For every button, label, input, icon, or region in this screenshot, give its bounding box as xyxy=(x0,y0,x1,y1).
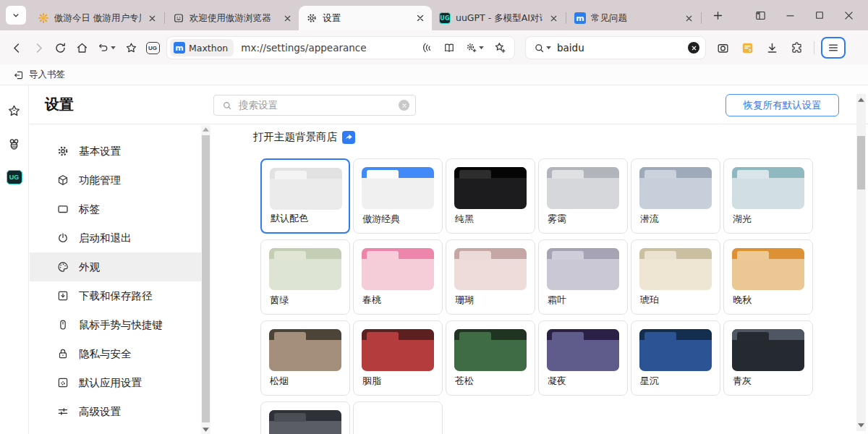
hamburger-icon xyxy=(827,41,840,54)
theme-card[interactable]: 潜流 xyxy=(631,158,720,234)
scroll-up-icon[interactable] xyxy=(201,125,210,134)
reset-all-defaults-button[interactable]: 恢复所有默认设置 xyxy=(726,94,839,116)
undo-button[interactable] xyxy=(93,37,120,59)
search-box[interactable]: baidu xyxy=(525,36,706,59)
menu-item-tabs[interactable]: 标签 xyxy=(30,195,201,224)
close-icon[interactable] xyxy=(146,12,158,24)
downloads-button[interactable] xyxy=(761,37,783,59)
tab-welcome[interactable]: 欢迎使用傲游浏览器 xyxy=(166,6,299,30)
theme-card[interactable]: 苍松 xyxy=(446,320,535,396)
theme-card[interactable]: 雾霭 xyxy=(538,158,628,234)
close-icon[interactable] xyxy=(548,12,559,24)
plus-icon xyxy=(712,9,724,22)
theme-store-link[interactable]: 打开主题背景商店 xyxy=(253,130,337,144)
close-icon[interactable] xyxy=(281,12,293,24)
maxnote-button[interactable] xyxy=(736,37,758,59)
theme-preview-tab xyxy=(274,251,306,260)
theme-card[interactable]: 星沉 xyxy=(631,320,720,396)
sliders-icon xyxy=(56,405,69,418)
power-icon xyxy=(56,231,69,244)
menu-item-appearance[interactable]: 外观 xyxy=(30,252,201,281)
menu-item-gestures[interactable]: 鼠标手势与快捷键 xyxy=(30,310,201,339)
scrollbar-thumb[interactable] xyxy=(202,135,210,422)
theme-card[interactable]: 凝夜 xyxy=(538,320,628,396)
theme-card[interactable] xyxy=(353,401,443,434)
theme-card[interactable]: 晚秋 xyxy=(723,239,813,315)
theme-card[interactable]: 默认配色 xyxy=(260,158,350,234)
ug-toolbar-button[interactable]: UG xyxy=(142,37,163,59)
close-icon[interactable] xyxy=(414,12,426,24)
scroll-down-icon[interactable] xyxy=(201,425,210,434)
import-bookmarks-label: 导入书签 xyxy=(29,69,65,81)
browser-window: 傲游今日 傲游用户专属 欢迎使用傲游浏览器 设置 UG uuGPT - 多模型A… xyxy=(0,0,868,434)
import-bookmarks-item[interactable]: 导入书签 xyxy=(9,67,69,82)
menu-item-startup[interactable]: 启动和退出 xyxy=(30,224,201,252)
menu-item-default-apps[interactable]: 默认应用设置 xyxy=(30,368,201,397)
address-bar-actions xyxy=(420,41,507,55)
tab-uugpt[interactable]: UG uuGPT - 多模型AI对话 xyxy=(432,6,565,30)
reload-button[interactable] xyxy=(49,37,71,59)
tab-faq[interactable]: m 常见问题 xyxy=(567,6,700,30)
menu-item-basic[interactable]: 基本设置 xyxy=(30,137,201,166)
scroll-up-icon[interactable] xyxy=(856,95,866,104)
theme-preview-tab xyxy=(737,251,769,260)
theme-preview xyxy=(547,329,619,371)
clear-settings-search-button[interactable] xyxy=(399,100,409,111)
main-menu-button[interactable] xyxy=(821,37,846,59)
scrollbar-thumb[interactable] xyxy=(857,136,865,190)
theme-card[interactable]: 胭脂 xyxy=(353,320,443,396)
settings-search-input[interactable]: 搜索设置 xyxy=(213,95,416,116)
address-bar[interactable]: m Maxthon mx://settings/appearance xyxy=(166,36,515,59)
url-text[interactable]: mx://settings/appearance xyxy=(241,42,420,54)
extensions-button[interactable] xyxy=(786,37,807,59)
theme-card[interactable]: 湖光 xyxy=(723,158,813,234)
tab-maxthon-today[interactable]: 傲游今日 傲游用户专属 xyxy=(30,6,163,30)
add-favorite-icon[interactable] xyxy=(493,41,507,55)
reading-mode-icon[interactable] xyxy=(443,41,456,54)
theme-card[interactable]: 珊瑚 xyxy=(446,239,535,315)
maximize-button[interactable] xyxy=(814,9,825,21)
theme-card[interactable]: 春桃 xyxy=(353,239,443,315)
rail-ug-button[interactable]: UG xyxy=(5,168,24,187)
back-button[interactable] xyxy=(6,37,27,59)
tab-settings-active[interactable]: 设置 xyxy=(299,6,432,30)
theme-preview xyxy=(269,329,341,371)
menu-item-downloads[interactable]: 下载和保存路径 xyxy=(30,281,201,310)
window-layout-button[interactable] xyxy=(754,9,767,22)
clear-search-button[interactable] xyxy=(688,42,699,54)
theme-name: 珊瑚 xyxy=(455,294,474,307)
theme-card[interactable]: 霜叶 xyxy=(538,239,628,315)
theme-name: 默认配色 xyxy=(271,212,308,225)
content-scrollbar[interactable] xyxy=(856,94,866,431)
search-query-text[interactable]: baidu xyxy=(557,42,688,54)
sidebar-scrollbar[interactable] xyxy=(201,125,210,434)
theme-card[interactable]: 琥珀 xyxy=(631,239,720,315)
home-button[interactable] xyxy=(71,37,93,59)
site-identity-chip[interactable]: m Maxthon xyxy=(170,39,234,56)
new-tab-button[interactable] xyxy=(708,6,727,25)
scroll-down-icon[interactable] xyxy=(856,421,866,430)
forward-button[interactable] xyxy=(27,37,49,59)
close-icon[interactable] xyxy=(683,12,694,24)
screenshot-button[interactable] xyxy=(712,37,733,59)
read-aloud-icon[interactable] xyxy=(420,41,433,54)
theme-card[interactable]: 松烟 xyxy=(260,320,350,396)
rail-favorites-button[interactable] xyxy=(5,101,24,120)
menu-item-advanced[interactable]: 高级设置 xyxy=(30,397,201,426)
close-window-button[interactable] xyxy=(843,9,855,22)
theme-card[interactable]: 茵绿 xyxy=(260,239,350,315)
theme-card[interactable] xyxy=(260,401,350,434)
add-extension-icon[interactable] xyxy=(465,41,484,54)
theme-card[interactable]: 青灰 xyxy=(723,320,813,396)
rail-bee-button[interactable] xyxy=(5,135,24,153)
menu-item-features[interactable]: 功能管理 xyxy=(30,166,201,195)
open-theme-store-button[interactable] xyxy=(342,131,355,144)
theme-card[interactable]: 傲游经典 xyxy=(353,158,443,234)
theme-preview-tab xyxy=(552,170,584,179)
minimize-button[interactable] xyxy=(784,9,796,22)
search-icon[interactable] xyxy=(533,42,551,54)
menu-item-privacy[interactable]: 隐私与安全 xyxy=(30,339,201,368)
favorites-button[interactable] xyxy=(120,37,142,59)
tab-list-dropdown-button[interactable] xyxy=(6,6,26,25)
theme-card[interactable]: 纯黑 xyxy=(446,158,535,234)
